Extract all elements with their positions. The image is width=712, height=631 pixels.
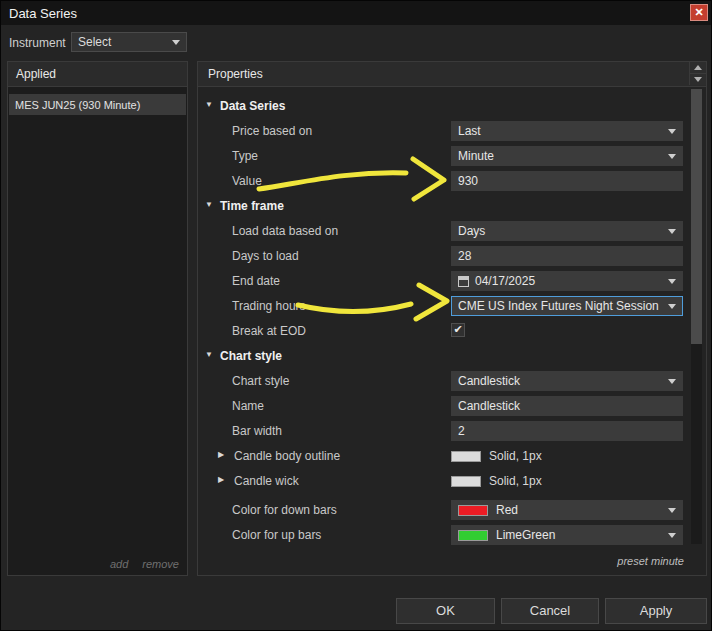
scroll-up-button[interactable] <box>690 62 706 73</box>
chevron-down-icon <box>668 229 676 234</box>
group-label: Data Series <box>220 99 285 113</box>
property-label: Candle body outline <box>234 449 340 463</box>
property-label: Type <box>232 149 258 163</box>
stroke-swatch <box>451 451 481 462</box>
name-field[interactable]: Candlestick <box>451 396 683 416</box>
color-for-up-bars-dropdown[interactable]: LimeGreen <box>451 525 683 545</box>
candle-wick-value: Solid, 1px <box>451 471 542 491</box>
property-label: Trading hours <box>232 299 306 313</box>
property-row-candle-body-outline: ▶Candle body outlineSolid, 1px <box>198 444 686 469</box>
editor-value: Days <box>458 224 485 238</box>
chevron-down-icon <box>668 304 676 309</box>
expand-icon[interactable]: ▶ <box>218 475 224 484</box>
property-row-color-for-down-bars: Color for down barsRed <box>198 498 686 523</box>
add-link[interactable]: add <box>110 558 128 570</box>
trading-hours-dropdown[interactable]: CME US Index Futures Night Session <box>451 296 683 316</box>
cancel-button[interactable]: Cancel <box>501 598 599 624</box>
property-row-candle-wick: ▶Candle wickSolid, 1px <box>198 469 686 494</box>
editor-value: LimeGreen <box>496 528 555 542</box>
applied-instrument-item[interactable]: MES JUN25 (930 Minute) <box>9 94 186 115</box>
editor-value: 2 <box>458 424 465 438</box>
header-scroll-buttons <box>689 62 706 85</box>
expand-icon[interactable]: ▶ <box>218 450 224 459</box>
properties-panel: Properties ▼Data SeriesPrice based onLas… <box>197 61 707 576</box>
editor-value: Minute <box>458 149 494 163</box>
editor-value: 930 <box>458 174 478 188</box>
property-row-days-to-load: Days to load28 <box>198 244 686 269</box>
property-row-name: NameCandlestick <box>198 394 686 419</box>
editor-value: Last <box>458 124 481 138</box>
close-icon: ✕ <box>694 6 703 19</box>
chevron-down-icon <box>668 279 676 284</box>
properties-scrollbar[interactable] <box>691 89 702 544</box>
property-label: Bar width <box>232 424 282 438</box>
collapse-icon[interactable]: ▼ <box>205 350 213 359</box>
properties-rows: ▼Data SeriesPrice based onLastTypeMinute… <box>198 86 706 575</box>
properties-header: Properties <box>198 62 706 87</box>
editor-value: Candlestick <box>458 374 520 388</box>
applied-panel: Applied MES JUN25 (930 Minute) add remov… <box>7 61 188 576</box>
property-label: Candle wick <box>234 474 299 488</box>
scroll-down-button[interactable] <box>690 73 706 85</box>
property-row-chart-style: Chart styleCandlestick <box>198 369 686 394</box>
property-row-load-data-based-on: Load data based onDays <box>198 219 686 244</box>
editor-value: Candlestick <box>458 399 520 413</box>
editor-value: CME US Index Futures Night Session <box>458 299 659 313</box>
collapse-icon[interactable]: ▼ <box>205 200 213 209</box>
property-label: Load data based on <box>232 224 338 238</box>
chevron-down-icon <box>668 154 676 159</box>
editor-value: 04/17/2025 <box>475 274 535 288</box>
editor-value: Red <box>496 503 518 517</box>
data-series-dialog: Data Series ✕ Instrument Select Applied … <box>0 0 712 631</box>
property-label: Break at EOD <box>232 324 306 338</box>
instrument-value: Select <box>78 35 111 49</box>
property-label: Chart style <box>232 374 289 388</box>
collapse-icon[interactable]: ▼ <box>205 100 213 109</box>
candle-body-outline-value: Solid, 1px <box>451 446 542 466</box>
property-row-color-for-up-bars: Color for up barsLimeGreen <box>198 523 686 548</box>
color-for-down-bars-dropdown[interactable]: Red <box>451 500 683 520</box>
price-based-on-dropdown[interactable]: Last <box>451 121 683 141</box>
chevron-down-icon <box>172 40 180 45</box>
group-label: Time frame <box>220 199 284 213</box>
stroke-swatch <box>451 476 481 487</box>
property-row-end-date: End date04/17/2025 <box>198 269 686 294</box>
applied-header-label: Applied <box>16 67 56 81</box>
close-button[interactable]: ✕ <box>690 4 708 21</box>
end-date-dropdown[interactable]: 04/17/2025 <box>451 271 683 291</box>
property-row-value: Value930 <box>198 169 686 194</box>
load-data-based-on-dropdown[interactable]: Days <box>451 221 683 241</box>
days-to-load-field[interactable]: 28 <box>451 246 683 266</box>
editor-value: Solid, 1px <box>489 474 542 488</box>
instrument-label: Instrument <box>9 36 66 50</box>
property-row-time-frame: ▼Time frame <box>198 194 686 219</box>
ok-button[interactable]: OK <box>396 598 495 624</box>
apply-button[interactable]: Apply <box>605 598 707 624</box>
instrument-select[interactable]: Select <box>71 32 187 52</box>
type-dropdown[interactable]: Minute <box>451 146 683 166</box>
property-label: Price based on <box>232 124 312 138</box>
break-at-eod-checkbox[interactable]: ✔ <box>451 323 465 337</box>
property-label: End date <box>232 274 280 288</box>
property-row-chart-style: ▼Chart style <box>198 344 686 369</box>
property-row-price-based-on: Price based onLast <box>198 119 686 144</box>
remove-link[interactable]: remove <box>142 558 179 570</box>
property-label: Value <box>232 174 262 188</box>
property-label: Color for down bars <box>232 503 337 517</box>
chevron-down-icon <box>668 508 676 513</box>
bar-width-field[interactable]: 2 <box>451 421 683 441</box>
chart-style-dropdown[interactable]: Candlestick <box>451 371 683 391</box>
property-row-bar-width: Bar width2 <box>198 419 686 444</box>
triangle-up-icon <box>694 65 702 70</box>
chevron-down-icon <box>668 533 676 538</box>
editor-value: 28 <box>458 249 471 263</box>
property-row-break-at-eod: Break at EOD✔ <box>198 319 686 344</box>
chevron-down-icon <box>668 129 676 134</box>
value-field[interactable]: 930 <box>451 171 683 191</box>
applied-header: Applied <box>8 62 187 87</box>
window-title: Data Series <box>9 6 77 21</box>
preset-label: preset minute <box>617 555 684 567</box>
title-bar: Data Series ✕ <box>1 1 711 25</box>
property-label: Days to load <box>232 249 299 263</box>
scrollbar-thumb[interactable] <box>691 89 702 344</box>
